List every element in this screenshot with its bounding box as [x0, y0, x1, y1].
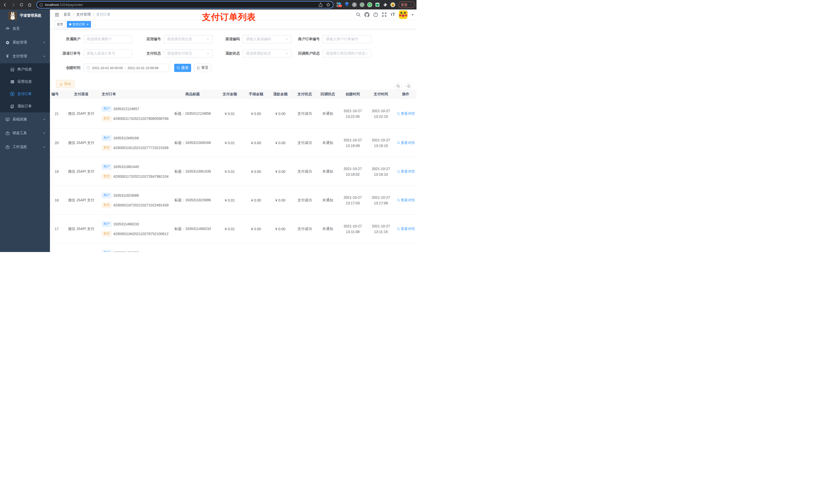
browser-window: localhost:1024/pay/order 10 ⌘ y — [0, 0, 416, 252]
update-label: 更新 — [401, 3, 407, 7]
extension-gem-icon[interactable] — [344, 2, 349, 7]
extension-badge: 10 — [338, 5, 342, 7]
export-button[interactable]: 导出 — [56, 80, 74, 88]
table-row: 商户1635311451796 — [50, 243, 416, 252]
chrome-update-menu[interactable]: 更新 ⋮ — [398, 2, 415, 8]
extension-bar: 10 ⌘ y — [337, 2, 395, 7]
extension-emoji-icon[interactable] — [390, 2, 395, 7]
tag-pay-order[interactable]: 支付订单 ✕ — [67, 21, 91, 28]
view-detail-link[interactable]: 查看详情 — [397, 169, 415, 174]
sidebar-item-merchant-info[interactable]: 商户信息 — [0, 63, 50, 75]
pay-tag: 支付 — [102, 231, 112, 237]
tag-home[interactable]: 首页 — [54, 21, 65, 28]
filter-notify-status: 回调商户状态 请选择订单回调商户状态 — [291, 49, 372, 57]
clock-icon — [87, 66, 90, 70]
kebab-menu-icon: ⋮ — [409, 3, 412, 7]
pay-tag: 支付 — [102, 174, 112, 179]
pay-status-select[interactable]: 请选择支付状态 — [164, 49, 213, 57]
view-detail-link[interactable]: 查看详情 — [397, 141, 415, 145]
sidebar-item-app-info[interactable]: 应用信息 — [0, 75, 50, 88]
table-row: 18 微信 JSAPI 支付 商户1635311823086 支付4200001… — [50, 186, 416, 215]
extensions-puzzle-icon[interactable] — [383, 2, 387, 7]
chevron-down-icon — [43, 118, 46, 121]
sidebar-item-workflow[interactable]: 工作流程 — [0, 140, 50, 154]
github-icon[interactable] — [364, 12, 370, 17]
channel-order-no-input[interactable]: 请输入渠道订单号 — [84, 49, 132, 57]
view-detail-link[interactable]: 查看详情 — [397, 226, 415, 231]
app-title: 芋道管理系统 — [20, 13, 41, 18]
view-detail-link[interactable]: 查看详情 — [397, 198, 415, 202]
date-range-input[interactable]: 2021-10-01 00:00:00 - 2021-10-31 23:59:5… — [84, 64, 169, 72]
sidebar-toggle-icon[interactable] — [54, 13, 60, 17]
chevron-down-icon — [207, 52, 210, 55]
sidebar-item-refund-order[interactable]: 退款订单 — [0, 100, 50, 113]
breadcrumb-home[interactable]: 首页 — [64, 12, 71, 17]
sidebar-item-label: 应用信息 — [18, 79, 46, 84]
sidebar: 芋道管理系统 首页 系统管理 ¥ 支付管理 — [0, 9, 50, 252]
search-icon[interactable] — [356, 12, 361, 17]
search-button[interactable]: 搜索 — [174, 64, 191, 72]
toggle-search-button[interactable] — [395, 82, 402, 90]
sidebar-item-system[interactable]: 系统管理 — [0, 35, 50, 49]
notify-status-select[interactable]: 请选择订单回调商户状态 — [323, 49, 372, 57]
back-button[interactable] — [2, 2, 8, 8]
chevron-down-icon — [365, 52, 368, 55]
share-icon[interactable] — [319, 3, 323, 7]
url-bar[interactable]: localhost:1024/pay/order — [37, 1, 334, 8]
chevron-down-icon — [43, 145, 46, 148]
shop-icon — [10, 67, 15, 72]
sidebar-item-label: 商户信息 — [18, 67, 46, 72]
monitor-icon — [5, 117, 10, 122]
merchant-order-no-input[interactable]: 请输入商户订单编号 — [323, 35, 372, 43]
table-header-row: 编号 支付渠道 支付订单 商品标题 支付金额 手续金额 退款金额 支付状态 回调… — [50, 90, 416, 99]
breadcrumb: 首页 / 支付管理 / 支付订单 — [64, 12, 111, 17]
sidebar-item-label: 研发工具 — [13, 131, 43, 136]
pay-submenu: 商户信息 应用信息 支付订单 — [0, 63, 50, 113]
close-icon[interactable]: ✕ — [86, 23, 89, 26]
refresh-button[interactable] — [405, 82, 412, 90]
svg-text:?: ? — [375, 13, 377, 16]
merchant-input[interactable]: 请选择所属商户 — [84, 35, 132, 43]
extension-tabs-icon[interactable]: 10 — [337, 2, 341, 7]
table-row: 21 微信 JSAPI 支付 商户1635312124657 支付4200001… — [50, 99, 416, 128]
font-size-icon[interactable]: тT — [390, 12, 395, 17]
sidebar-item-infra[interactable]: 基础设施 — [0, 113, 50, 126]
main-content: 首页 / 支付管理 / 支付订单 支付订单列表 ? — [50, 9, 416, 252]
sidebar-item-label: 退款订单 — [18, 104, 46, 109]
extension-command-icon[interactable]: ⌘ — [352, 2, 357, 7]
avatar[interactable] — [399, 10, 407, 19]
url-text: localhost:1024/pay/order — [45, 3, 83, 7]
toolbox-icon — [5, 131, 10, 136]
fullscreen-icon[interactable] — [382, 12, 386, 17]
sidebar-item-pay[interactable]: ¥ 支付管理 — [0, 49, 50, 63]
page-header: 首页 / 支付管理 / 支付订单 支付订单列表 ? — [50, 9, 416, 20]
channel-code-select[interactable]: 请输入渠道编码 — [243, 35, 291, 43]
sidebar-item-home[interactable]: 首页 — [0, 22, 50, 35]
home-button[interactable] — [27, 2, 33, 8]
sidebar-item-pay-order[interactable]: 支付订单 — [0, 88, 50, 100]
bookmark-star-icon[interactable] — [326, 3, 330, 7]
forward-button[interactable] — [10, 2, 16, 8]
pay-tag: 支付 — [102, 116, 112, 121]
orders-table: 编号 支付渠道 支付订单 商品标题 支付金额 手续金额 退款金额 支付状态 回调… — [50, 90, 416, 252]
chevron-down-icon — [43, 41, 46, 44]
filter-app: 应用编号 请选择应用信息 — [133, 35, 213, 43]
extension-chat-icon[interactable] — [375, 2, 380, 7]
site-info-icon[interactable] — [40, 3, 43, 7]
extension-y-icon[interactable]: y — [367, 2, 372, 7]
reload-button[interactable] — [19, 2, 25, 8]
refund-status-select[interactable]: 请选择退款状态 — [243, 49, 291, 57]
filter-create-time: 创建时间 2021-10-01 00:00:00 - 2021-10-31 23… — [52, 64, 211, 72]
sidebar-item-devtools[interactable]: 研发工具 — [0, 126, 50, 140]
extension-dot-icon[interactable] — [360, 2, 364, 7]
page-annotation-title: 支付订单列表 — [202, 11, 256, 23]
sidebar-item-label: 支付订单 — [18, 92, 46, 96]
pay-tag: 支付 — [102, 145, 112, 150]
app-select[interactable]: 请选择应用信息 — [164, 35, 213, 43]
merchant-tag: 商户 — [102, 106, 112, 112]
help-icon[interactable]: ? — [373, 12, 378, 17]
caret-down-icon[interactable]: ▼ — [411, 13, 414, 16]
yen-icon: ¥ — [5, 54, 10, 58]
view-detail-link[interactable]: 查看详情 — [397, 112, 415, 116]
reset-button[interactable]: 重置 — [194, 64, 211, 72]
